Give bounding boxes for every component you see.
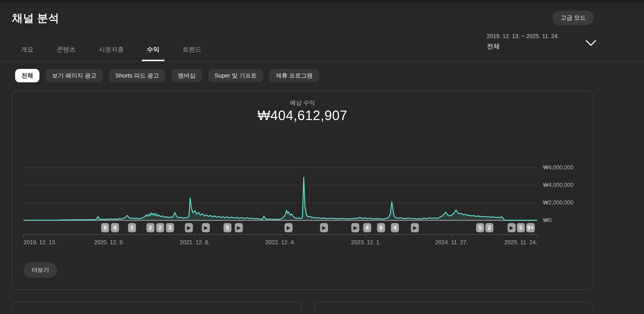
y-axis-tick-label: ₩0 — [543, 217, 552, 223]
tab-revenue[interactable]: 수익 — [147, 45, 160, 54]
tab-overview[interactable]: 개요 — [21, 45, 34, 54]
video-marker-play-icon[interactable]: ▶ — [508, 223, 516, 232]
tab-audience[interactable]: 시청자층 — [98, 45, 124, 54]
tab-bar: 개요 콘텐츠 시청자층 수익 트렌드 — [0, 38, 644, 61]
x-axis-tick-label: 2023. 12. 1. — [351, 239, 381, 246]
video-marker-badge[interactable]: 5 — [517, 223, 525, 232]
x-axis-tick-label: 2024. 11. 27. — [435, 239, 468, 246]
advanced-mode-button[interactable]: 고급 모드 — [552, 10, 594, 25]
page-title: 채널 분석 — [12, 11, 59, 25]
video-marker-badge[interactable]: 5 — [224, 223, 232, 232]
x-axis-tick-label: 2025. 11. 24. — [504, 239, 537, 246]
filter-chip-watch-page-ads[interactable]: 보기 페이지 광고 — [46, 69, 103, 82]
video-marker-play-icon[interactable]: ▶ — [284, 223, 292, 232]
video-marker-badge[interactable]: 2 — [156, 223, 164, 232]
video-marker-play-icon[interactable]: ▶ — [202, 223, 210, 232]
video-marker-play-icon[interactable]: ▶ — [320, 223, 328, 232]
x-axis-tick-label: 2019. 12. 13. — [24, 239, 57, 246]
see-more-button[interactable]: 더보기 — [24, 262, 57, 278]
x-axis-tick — [109, 234, 109, 237]
metric-value: ₩404,612,907 — [12, 108, 593, 123]
filter-chip-super-and-gifts[interactable]: Super 및 기프트 — [208, 69, 263, 82]
x-axis-tick — [194, 234, 195, 237]
bottom-card-left — [12, 302, 302, 314]
top-strip — [0, 0, 644, 2]
tab-divider — [0, 61, 644, 62]
video-marker-badge[interactable]: 4 — [363, 223, 371, 232]
x-axis-tick-label: 2021. 12. 6. — [180, 239, 210, 246]
video-marker-badge[interactable]: 2 — [146, 223, 154, 232]
video-marker-badge[interactable]: 2 — [485, 223, 493, 232]
filter-chip-affiliate-program[interactable]: 제휴 프로그램 — [270, 69, 319, 82]
video-marker-badge[interactable]: 5 — [476, 223, 484, 232]
revenue-chart-svg[interactable] — [24, 163, 537, 224]
video-marker-badge[interactable]: 3 — [128, 223, 136, 232]
video-marker-badge[interactable]: 3 — [166, 223, 174, 232]
x-axis-tick — [537, 234, 538, 237]
video-marker-badge[interactable]: 4 — [391, 223, 399, 232]
x-axis-tick — [451, 234, 452, 237]
tab-trends[interactable]: 트렌드 — [182, 45, 202, 54]
x-axis-tick — [23, 234, 24, 237]
video-marker-play-icon[interactable]: ▶ — [351, 223, 359, 232]
filter-chip-all[interactable]: 전체 — [15, 69, 40, 82]
revenue-filter-row: 전체 보기 페이지 광고 Shorts 피드 광고 멤버십 Super 및 기프… — [0, 68, 644, 83]
y-axis-tick-label: ₩4,000,000 — [543, 182, 574, 188]
revenue-line — [24, 177, 537, 220]
x-axis-tick-label: 2022. 12. 4. — [266, 239, 296, 246]
video-marker-badge[interactable]: 6 — [377, 223, 385, 232]
y-axis-tick-label: ₩6,000,000 — [543, 164, 574, 171]
x-axis-tick — [366, 234, 366, 237]
video-marker-play-icon[interactable]: ▶ — [411, 223, 419, 232]
channel-analytics-page: 채널 분석 고급 모드 2019. 12. 13. ~ 2025. 11. 24… — [0, 0, 644, 314]
video-marker-play-icon[interactable]: ▶ — [235, 223, 243, 232]
filter-chip-shorts-feed-ads[interactable]: Shorts 피드 광고 — [109, 69, 165, 82]
x-axis-tick-label: 2020. 12. 9. — [94, 239, 124, 246]
y-axis-tick-label: ₩2,000,000 — [543, 199, 574, 206]
bottom-card-right — [314, 302, 593, 314]
filter-chip-memberships[interactable]: 멤버십 — [172, 69, 202, 82]
metric-label: 예상 수익 — [12, 99, 593, 107]
tab-content[interactable]: 콘텐츠 — [57, 45, 76, 54]
video-marker-badge[interactable]: 8 — [101, 223, 109, 232]
x-axis-tick — [280, 234, 280, 237]
video-marker-badge[interactable]: 8 — [111, 223, 119, 232]
video-marker-play-icon[interactable]: ▶ — [185, 223, 193, 232]
video-marker-badge[interactable]: 9+ — [526, 223, 535, 232]
tab-underline — [142, 60, 164, 61]
